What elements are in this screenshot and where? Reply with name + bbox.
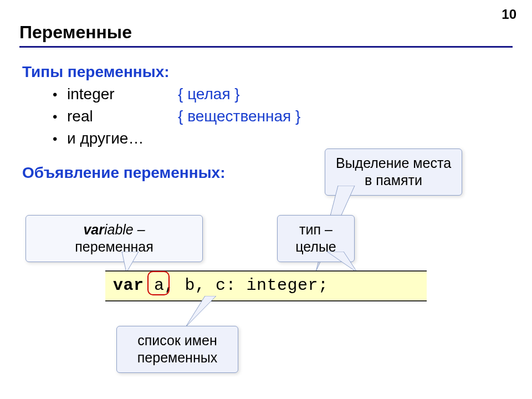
bullet-icon: •: [53, 131, 67, 147]
callout-rest: iable –: [104, 222, 145, 237]
type-row-integer: • integer { целая }: [53, 85, 513, 103]
page-number: 10: [502, 7, 516, 22]
type-name: и другие…: [67, 130, 178, 147]
callout-line: переменных: [137, 350, 217, 365]
callout-line: переменная: [75, 239, 153, 254]
callout-memory: Выделение места в памяти: [325, 149, 462, 196]
types-heading: Типы переменных:: [22, 63, 513, 81]
callout-line: список имен: [137, 332, 217, 348]
type-row-others: • и другие…: [53, 130, 513, 147]
bullet-icon: •: [53, 109, 67, 125]
callout-text: Выделение места в памяти: [336, 155, 451, 188]
type-name: integer: [67, 85, 178, 103]
code-keyword: var: [113, 276, 144, 295]
callout-line: целые: [295, 239, 336, 254]
callout-variable: variable – переменная: [25, 215, 203, 262]
callout-bold: var: [83, 222, 104, 237]
callout-line: variable –: [83, 222, 145, 237]
type-comment: { целая }: [178, 85, 240, 103]
type-comment: { вещественная }: [178, 108, 300, 125]
bullet-icon: •: [53, 87, 67, 103]
page-title: Переменные: [19, 22, 513, 48]
code-body: a, b, c: integer;: [144, 276, 329, 295]
code-declaration: var a, b, c: integer;: [105, 270, 427, 301]
callout-type: тип – целые: [277, 215, 355, 262]
callout-line: тип –: [299, 222, 332, 237]
type-name: real: [67, 108, 178, 125]
callout-list: список имен переменных: [116, 326, 238, 373]
type-row-real: • real { вещественная }: [53, 108, 513, 125]
